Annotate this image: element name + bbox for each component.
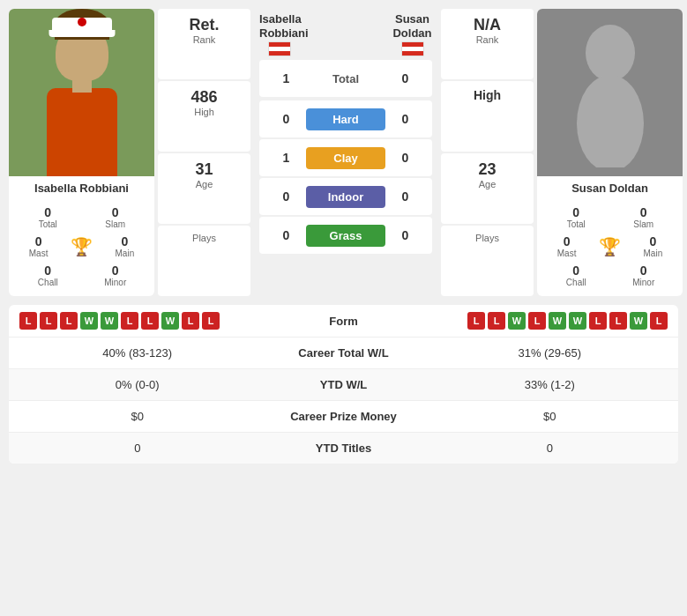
grass-p1: 0 xyxy=(266,228,306,242)
player1-slam: 0 Slam xyxy=(86,205,146,229)
form-badge: L xyxy=(202,312,220,330)
form-label: Form xyxy=(291,315,397,328)
player2-form: LLWLWWLLWL xyxy=(397,312,668,330)
player2-age-value: 23 xyxy=(446,160,528,179)
indoor-compare-row: 0 Indoor 0 xyxy=(259,178,432,215)
total-p1: 1 xyxy=(266,71,306,85)
player1-rank-card: Ret. Rank xyxy=(158,9,250,79)
career-wl-label: Career Total W/L xyxy=(256,346,432,360)
player1-stats-col: Ret. Rank 486 High 31 Age Plays xyxy=(158,9,250,296)
player1-flag xyxy=(259,41,299,56)
player2-info: Susan Doldan 0 Total 0 Slam 0 Mast xyxy=(537,176,683,296)
form-badge: L xyxy=(141,312,159,330)
p2-header-name: Susan Doldan xyxy=(392,12,432,56)
player1-age-value: 31 xyxy=(163,160,245,179)
player2-rank-value: N/A xyxy=(446,16,528,34)
form-badge: L xyxy=(40,312,57,330)
player2-rank-card: N/A Rank xyxy=(441,9,534,79)
indoor-badge: Indoor xyxy=(306,186,385,208)
form-badge: L xyxy=(650,312,668,330)
form-badge: L xyxy=(121,312,138,330)
hard-compare-row: 0 Hard 0 xyxy=(259,100,432,137)
ytd-wl-p1: 0% (0-0) xyxy=(19,378,256,391)
player2-plays-card: Plays xyxy=(441,226,534,296)
hard-center: Hard xyxy=(306,108,385,130)
clay-p2: 0 xyxy=(385,151,425,165)
player1-high-label: High xyxy=(163,107,245,117)
clay-compare-row: 1 Clay 0 xyxy=(259,139,432,176)
p1-header-name: Isabella Robbiani xyxy=(259,12,299,56)
player2-chall: 0 Chall xyxy=(546,263,607,287)
form-badge: W xyxy=(508,312,526,330)
player2-rank-label: Rank xyxy=(446,34,528,45)
player2-high-card: High xyxy=(441,81,534,152)
player2-slam: 0 Slam xyxy=(614,205,675,229)
hard-p1: 0 xyxy=(266,112,306,126)
player1-age-label: Age xyxy=(163,179,245,189)
ytd-wl-row: 0% (0-0) YTD W/L 33% (1-2) xyxy=(9,369,678,401)
player2-flag xyxy=(392,41,432,56)
player1-age-card: 31 Age xyxy=(158,153,250,224)
form-badge: L xyxy=(528,312,546,330)
clay-center: Clay xyxy=(306,147,385,169)
player1-plays-label: Plays xyxy=(163,233,245,243)
career-wl-p2: 31% (29-65) xyxy=(432,346,668,360)
player1-plays-card: Plays xyxy=(158,226,250,296)
prize-row: $0 Career Prize Money $0 xyxy=(9,401,678,433)
player2-lower-stats: 0 Chall 0 Minor xyxy=(541,260,679,291)
player2-card: Susan Doldan 0 Total 0 Slam 0 Mast xyxy=(537,9,683,296)
main-container: Isabella Robbiani 0 Total 0 Slam 0 Mast xyxy=(0,0,687,472)
grass-p2: 0 xyxy=(385,228,425,242)
player2-stats: 0 Total 0 Slam xyxy=(541,202,679,233)
titles-row: 0 YTD Titles 0 xyxy=(9,433,678,464)
player2-total: 0 Total xyxy=(546,205,607,229)
indoor-p1: 0 xyxy=(266,189,306,204)
form-badge: L xyxy=(19,312,37,330)
form-badge: W xyxy=(101,312,118,330)
player1-mast: 0 Mast xyxy=(29,234,49,258)
grass-compare-row: 0 Grass 0 xyxy=(259,217,432,254)
form-badge: W xyxy=(630,312,647,330)
titles-p2: 0 xyxy=(432,442,668,455)
player1-name: Isabella Robbiani xyxy=(12,182,151,195)
player1-minor: 0 Minor xyxy=(86,263,146,287)
player1-rank-label: Rank xyxy=(163,34,245,45)
player1-lower-stats: 0 Chall 0 Minor xyxy=(12,260,151,291)
player1-high-card: 486 High xyxy=(158,81,250,152)
prize-label: Career Prize Money xyxy=(256,410,432,423)
indoor-p2: 0 xyxy=(385,189,425,204)
player1-info: Isabella Robbiani 0 Total 0 Slam 0 Mast xyxy=(9,176,154,296)
hard-badge: Hard xyxy=(306,108,385,130)
form-badge: L xyxy=(488,312,505,330)
form-badge: W xyxy=(161,312,179,330)
player1-trophy-row: 0 Mast 🏆 0 Main xyxy=(12,233,151,260)
clay-badge: Clay xyxy=(306,147,385,169)
trophy-icon-right: 🏆 xyxy=(599,236,621,257)
player2-age-card: 23 Age xyxy=(441,153,534,224)
career-wl-p1: 40% (83-123) xyxy=(19,346,256,360)
player1-high-value: 486 xyxy=(163,88,245,107)
top-section: Isabella Robbiani 0 Total 0 Slam 0 Mast xyxy=(9,9,678,296)
prize-p2: $0 xyxy=(432,410,668,423)
player2-minor: 0 Minor xyxy=(614,263,675,287)
center-panel: Isabella Robbiani Susan Doldan xyxy=(254,9,437,296)
player1-chall: 0 Chall xyxy=(18,263,78,287)
player1-main: 0 Main xyxy=(116,234,135,258)
ytd-wl-label: YTD W/L xyxy=(256,378,432,391)
form-badge: L xyxy=(589,312,607,330)
bottom-section: LLLWWLLWLL Form LLWLWWLLWL 40% (83-123) … xyxy=(9,305,678,464)
trophy-icon-left: 🏆 xyxy=(71,236,93,257)
form-badge: L xyxy=(60,312,78,330)
indoor-center: Indoor xyxy=(306,186,385,208)
grass-center: Grass xyxy=(306,225,385,247)
player1-total: 0 Total xyxy=(18,205,78,229)
form-badge: L xyxy=(467,312,485,330)
player-headers: Isabella Robbiani Susan Doldan xyxy=(259,9,432,58)
grass-badge: Grass xyxy=(306,225,385,247)
career-wl-row: 40% (83-123) Career Total W/L 31% (29-65… xyxy=(9,338,678,369)
total-p2: 0 xyxy=(385,71,425,85)
player2-plays-label: Plays xyxy=(446,233,528,243)
total-label: Total xyxy=(306,72,385,85)
svg-rect-2 xyxy=(603,75,617,93)
svg-point-0 xyxy=(586,25,635,81)
